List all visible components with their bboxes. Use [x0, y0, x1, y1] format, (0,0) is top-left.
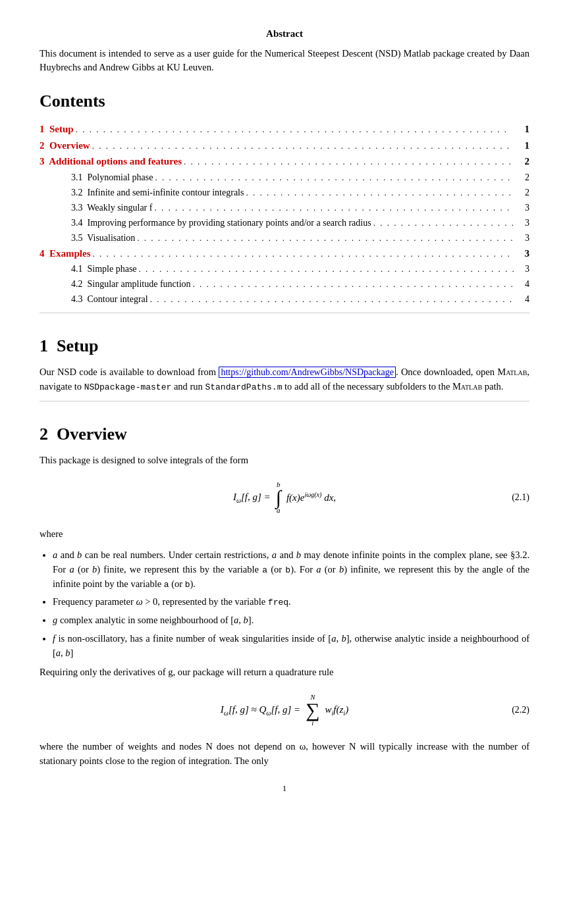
abstract-section: Abstract This document is intended to se…: [40, 26, 529, 75]
equation-2-2: Iω[f, g] ≈ Qω[f, g] = N ∑ i wif(zi) (2.2…: [40, 692, 529, 728]
section2-where: where: [40, 527, 529, 542]
abstract-title: Abstract: [40, 26, 529, 41]
toc-subsection-4.1: 4.1 Simple phase . . . . . . . . . . . .…: [40, 262, 529, 276]
bullet-4: f is non-oscillatory, has a finite numbe…: [53, 632, 529, 661]
eq-number-2-1: (2.1): [512, 490, 529, 504]
toc-section-4: 4 Examples . . . . . . . . . . . . . . .…: [40, 246, 529, 261]
toc-section-3: 3 Additional options and features . . . …: [40, 154, 529, 169]
toc-subsection-3.3: 3.3 Weakly singular f . . . . . . . . . …: [40, 201, 529, 215]
contents-section: Contents 1 Setup . . . . . . . . . . . .…: [40, 88, 529, 306]
page-number: 1: [40, 782, 529, 795]
toc-subsection-3.1: 3.1 Polynomial phase . . . . . . . . . .…: [40, 170, 529, 184]
section2-requiring: Requiring only the derivatives of g, our…: [40, 665, 529, 680]
toc-section-2: 2 Overview . . . . . . . . . . . . . . .…: [40, 138, 529, 153]
code-standardpaths: StandardPaths.m: [205, 382, 282, 392]
toc-section-1: 1 Setup . . . . . . . . . . . . . . . . …: [40, 122, 529, 137]
toc-subsection-4.2: 4.2 Singular amplitude function . . . . …: [40, 277, 529, 291]
bullet-list: a and b can be real numbers. Under certa…: [53, 548, 529, 660]
bullet-2: Frequency parameter ω > 0, represented b…: [53, 595, 529, 609]
section2-heading: 2 Overview: [40, 421, 529, 447]
toc-subsection-4.3: 4.3 Contour integral . . . . . . . . . .…: [40, 292, 529, 306]
equation-2-1: Iω[f, g] = b ∫ a f(x)eiωg(x) dx, (2.1): [40, 479, 529, 515]
section2-intro: This package is designed to solve integr…: [40, 453, 529, 468]
section1-para: Our NSD code is available to download fr…: [40, 365, 529, 394]
toc-subsection-3.4: 3.4 Improving performance by providing s…: [40, 216, 529, 230]
toc-subsection-3.5: 3.5 Visualisation . . . . . . . . . . . …: [40, 231, 529, 245]
eq-number-2-2: (2.2): [512, 703, 529, 717]
bullet-1: a and b can be real numbers. Under certa…: [53, 548, 529, 591]
section2-final: where the number of weights and nodes N …: [40, 740, 529, 769]
bullet-3: g complex analytic in some neighbourhood…: [53, 613, 529, 628]
toc-subsection-3.2: 3.2 Infinite and semi-infinite contour i…: [40, 186, 529, 199]
contents-title: Contents: [40, 88, 529, 114]
table-of-contents: 1 Setup . . . . . . . . . . . . . . . . …: [40, 122, 529, 306]
github-link[interactable]: https://github.com/AndrewGibbs/NSDpackag…: [219, 367, 395, 378]
section1-heading: 1 Setup: [40, 333, 529, 359]
code-nsdpackage: NSDpackage-master: [84, 382, 172, 392]
abstract-text: This document is intended to serve as a …: [40, 47, 529, 76]
